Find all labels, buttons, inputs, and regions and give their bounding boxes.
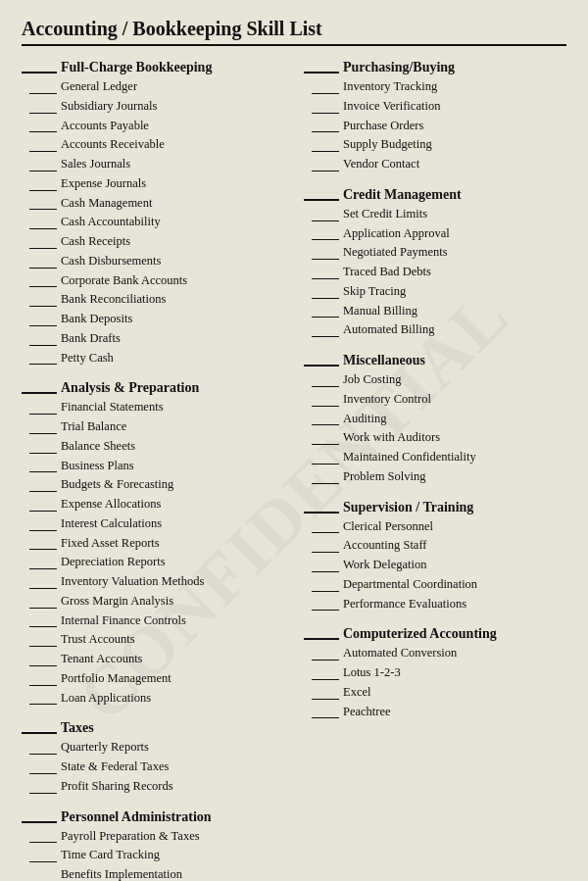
skill-blank-line bbox=[29, 471, 57, 472]
skill-blank-line bbox=[29, 364, 57, 365]
skill-label: Trust Accounts bbox=[61, 630, 135, 649]
skill-label: Internal Finance Controls bbox=[61, 612, 186, 630]
section-line bbox=[22, 72, 57, 73]
skill-blank-line bbox=[312, 113, 339, 114]
skill-item: Lotus 1-2-3 bbox=[304, 663, 566, 682]
skill-item: Job Costing bbox=[304, 370, 566, 389]
skill-item: Peachtree bbox=[304, 703, 566, 721]
skill-label: General Ledger bbox=[61, 77, 137, 96]
skill-label: Bank Deposits bbox=[61, 310, 132, 328]
skill-blank-line bbox=[312, 717, 339, 718]
skill-item: Quarterly Reports bbox=[22, 738, 284, 757]
skill-label: Work with Auditors bbox=[343, 428, 440, 447]
skill-blank-line bbox=[29, 626, 57, 627]
section-line bbox=[304, 512, 339, 514]
skill-item: General Ledger bbox=[22, 77, 284, 96]
skill-label: Manual Billing bbox=[343, 302, 417, 320]
skill-label: Accounts Payable bbox=[61, 117, 149, 135]
skill-label: Financial Statements bbox=[61, 398, 164, 416]
section-title: Purchasing/Buying bbox=[343, 60, 455, 75]
skill-blank-line bbox=[312, 239, 339, 240]
skill-label: Problem Solving bbox=[343, 467, 425, 486]
skill-item: Subsidiary Journals bbox=[22, 97, 284, 116]
skill-blank-line bbox=[312, 444, 339, 445]
skill-label: Business Plans bbox=[61, 457, 134, 475]
skill-blank-line bbox=[29, 704, 57, 705]
skill-item: Invoice Verification bbox=[304, 97, 566, 116]
section-title: Credit Management bbox=[343, 187, 462, 203]
skill-item: Cash Receipts bbox=[22, 232, 284, 251]
skill-blank-line bbox=[312, 298, 339, 299]
skill-item: Bank Deposits bbox=[22, 310, 284, 328]
skill-label: Inventory Valuation Methods bbox=[61, 572, 204, 591]
section-title: Personnel Administration bbox=[61, 809, 212, 825]
skill-label: Vendor Contact bbox=[343, 155, 419, 173]
section-personnel-administration: Personnel AdministrationPayroll Preparat… bbox=[22, 809, 284, 882]
skill-blank-line bbox=[29, 861, 57, 862]
skill-item: Accounting Staff bbox=[304, 536, 566, 555]
skill-blank-line bbox=[312, 151, 339, 152]
skill-label: Inventory Control bbox=[343, 390, 431, 409]
skill-item: Expense Journals bbox=[22, 174, 284, 193]
skill-item: Purchase Orders bbox=[304, 117, 566, 135]
skill-blank-line bbox=[312, 171, 339, 171]
skill-label: Petty Cash bbox=[61, 349, 114, 367]
skill-label: Excel bbox=[343, 683, 370, 702]
section-purchasing-buying: Purchasing/BuyingInventory TrackingInvoi… bbox=[304, 60, 566, 173]
section-line bbox=[304, 72, 339, 73]
skill-label: Expense Allocations bbox=[61, 495, 161, 514]
skill-item: Accounts Payable bbox=[22, 117, 284, 135]
skill-blank-line bbox=[312, 386, 339, 387]
skill-item: Auditing bbox=[304, 410, 566, 428]
section-line bbox=[22, 392, 57, 394]
section-title: Miscellaneous bbox=[343, 353, 425, 368]
skill-item: Problem Solving bbox=[304, 467, 566, 486]
skill-item: Supply Budgeting bbox=[304, 135, 566, 154]
skill-blank-line bbox=[29, 842, 57, 843]
skill-item: Accounts Receivable bbox=[22, 135, 284, 154]
skill-label: Automated Conversion bbox=[343, 644, 457, 662]
skill-label: Purchase Orders bbox=[343, 117, 423, 135]
skill-item: Automated Billing bbox=[304, 320, 566, 339]
skill-label: Set Credit Limits bbox=[343, 205, 427, 223]
section-title: Taxes bbox=[61, 720, 94, 736]
skill-blank-line bbox=[312, 131, 339, 132]
skill-label: Automated Billing bbox=[343, 320, 434, 339]
skill-blank-line bbox=[312, 278, 339, 279]
skill-label: Accounting Staff bbox=[343, 536, 427, 555]
skill-blank-line bbox=[29, 345, 57, 346]
skill-columns: Full-Charge BookkeepingGeneral LedgerSub… bbox=[22, 60, 566, 881]
skill-blank-line bbox=[29, 190, 57, 191]
skill-item: Performance Evaluations bbox=[304, 595, 566, 613]
skill-label: Inventory Tracking bbox=[343, 77, 437, 96]
skill-item: State & Federal Taxes bbox=[22, 758, 284, 776]
skill-label: Cash Management bbox=[61, 194, 152, 213]
skill-item: Inventory Control bbox=[304, 390, 566, 409]
skill-blank-line bbox=[29, 491, 57, 492]
skill-item: Cash Disbursements bbox=[22, 252, 284, 270]
skill-item: Depreciation Reports bbox=[22, 553, 284, 571]
skill-label: Depreciation Reports bbox=[61, 553, 166, 571]
skill-item: Inventory Valuation Methods bbox=[22, 572, 284, 591]
skill-blank-line bbox=[312, 610, 339, 611]
skill-label: Lotus 1-2-3 bbox=[343, 663, 401, 682]
skill-item: Fixed Asset Reports bbox=[22, 534, 284, 553]
skill-label: Portfolio Management bbox=[61, 669, 172, 688]
section-supervision-training: Supervision / TrainingClerical Personnel… bbox=[304, 500, 566, 613]
skill-item: Balance Sheets bbox=[22, 437, 284, 456]
skill-item: Cash Management bbox=[22, 194, 284, 213]
section-taxes: TaxesQuarterly ReportsState & Federal Ta… bbox=[22, 720, 284, 795]
skill-blank-line bbox=[29, 248, 57, 249]
skill-item: Application Approval bbox=[304, 224, 566, 243]
skill-blank-line bbox=[29, 268, 57, 269]
skill-label: State & Federal Taxes bbox=[61, 758, 169, 776]
skill-blank-line bbox=[29, 131, 57, 132]
skill-blank-line bbox=[29, 608, 57, 609]
skill-blank-line bbox=[312, 406, 339, 407]
skill-blank-line bbox=[312, 259, 339, 260]
skill-label: Skip Tracing bbox=[343, 282, 406, 301]
skill-label: Expense Journals bbox=[61, 174, 146, 193]
skill-item: Departmental Coordination bbox=[304, 575, 566, 594]
skill-blank-line bbox=[312, 424, 339, 425]
skill-label: Fixed Asset Reports bbox=[61, 534, 160, 553]
